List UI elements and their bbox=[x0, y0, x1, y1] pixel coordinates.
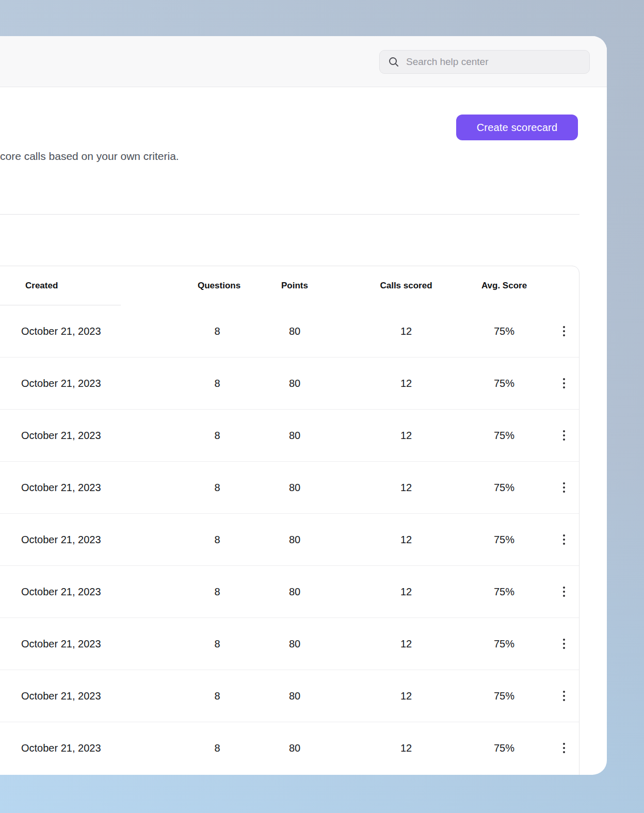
row-menu-button[interactable] bbox=[554, 581, 574, 602]
search-input[interactable] bbox=[405, 56, 582, 68]
cell-created: October 21, 2023 bbox=[0, 586, 198, 598]
cell-points: 80 bbox=[237, 690, 352, 702]
cell-avg-score: 75% bbox=[460, 430, 549, 442]
table-header-row: Created Questions Points Calls scored Av… bbox=[0, 266, 579, 305]
row-menu-button[interactable] bbox=[554, 425, 574, 446]
cell-questions: 8 bbox=[198, 742, 237, 754]
cell-created: October 21, 2023 bbox=[0, 638, 198, 650]
kebab-menu-icon bbox=[563, 643, 565, 645]
table-row[interactable]: October 21, 2023 8 80 12 75% bbox=[0, 565, 579, 617]
row-menu-button[interactable] bbox=[554, 373, 574, 394]
page-description: core calls based on your own criteria. bbox=[0, 150, 179, 162]
cell-calls-scored: 12 bbox=[352, 638, 460, 650]
table-row[interactable]: October 21, 2023 8 80 12 75% bbox=[0, 617, 579, 670]
search-box[interactable] bbox=[379, 50, 590, 74]
cell-avg-score: 75% bbox=[460, 586, 549, 598]
kebab-menu-icon bbox=[563, 539, 565, 541]
help-topbar bbox=[0, 36, 607, 87]
cell-calls-scored: 12 bbox=[352, 482, 460, 494]
cell-avg-score: 75% bbox=[460, 690, 549, 702]
cell-calls-scored: 12 bbox=[352, 586, 460, 598]
cell-points: 80 bbox=[237, 378, 352, 389]
cell-avg-score: 75% bbox=[460, 482, 549, 494]
cell-questions: 8 bbox=[198, 326, 237, 337]
cell-questions: 8 bbox=[198, 690, 237, 702]
table-body: October 21, 2023 8 80 12 75% October 21,… bbox=[0, 305, 579, 774]
column-header-questions: Questions bbox=[198, 281, 237, 291]
column-header-avg-score: Avg. Score bbox=[460, 281, 549, 291]
cell-avg-score: 75% bbox=[460, 638, 549, 650]
cell-questions: 8 bbox=[198, 482, 237, 494]
table-row[interactable]: October 21, 2023 8 80 12 75% bbox=[0, 513, 579, 565]
column-header-calls-scored: Calls scored bbox=[352, 281, 460, 291]
cell-points: 80 bbox=[237, 534, 352, 546]
cell-created: October 21, 2023 bbox=[0, 326, 198, 337]
column-header-created: Created bbox=[0, 281, 198, 291]
cell-created: October 21, 2023 bbox=[0, 690, 198, 702]
kebab-menu-icon bbox=[563, 591, 565, 593]
section-divider bbox=[0, 214, 579, 215]
row-menu-button[interactable] bbox=[554, 633, 574, 654]
cell-avg-score: 75% bbox=[460, 742, 549, 754]
cell-questions: 8 bbox=[198, 430, 237, 442]
table-row[interactable]: October 21, 2023 8 80 12 75% bbox=[0, 357, 579, 409]
cell-questions: 8 bbox=[198, 378, 237, 389]
table-row[interactable]: October 21, 2023 8 80 12 75% bbox=[0, 409, 579, 461]
cell-calls-scored: 12 bbox=[352, 534, 460, 546]
kebab-menu-icon bbox=[563, 330, 565, 332]
cell-questions: 8 bbox=[198, 534, 237, 546]
cell-created: October 21, 2023 bbox=[0, 742, 198, 754]
cell-calls-scored: 12 bbox=[352, 430, 460, 442]
cell-points: 80 bbox=[237, 638, 352, 650]
cell-points: 80 bbox=[237, 742, 352, 754]
kebab-menu-icon bbox=[563, 382, 565, 384]
cell-created: October 21, 2023 bbox=[0, 378, 198, 389]
cell-questions: 8 bbox=[198, 638, 237, 650]
cell-points: 80 bbox=[237, 586, 352, 598]
kebab-menu-icon bbox=[563, 695, 565, 697]
column-header-points: Points bbox=[237, 281, 352, 291]
table-row[interactable]: October 21, 2023 8 80 12 75% bbox=[0, 722, 579, 774]
created-column-underline bbox=[0, 305, 121, 305]
cell-calls-scored: 12 bbox=[352, 326, 460, 337]
cell-calls-scored: 12 bbox=[352, 378, 460, 389]
cell-created: October 21, 2023 bbox=[0, 430, 198, 442]
cell-points: 80 bbox=[237, 430, 352, 442]
cell-points: 80 bbox=[237, 482, 352, 494]
table-row[interactable]: October 21, 2023 8 80 12 75% bbox=[0, 305, 579, 357]
kebab-menu-icon bbox=[563, 434, 565, 436]
cell-avg-score: 75% bbox=[460, 534, 549, 546]
cell-points: 80 bbox=[237, 326, 352, 337]
cell-created: October 21, 2023 bbox=[0, 482, 198, 494]
row-menu-button[interactable] bbox=[554, 738, 574, 758]
create-scorecard-button[interactable]: Create scorecard bbox=[456, 115, 578, 140]
cell-calls-scored: 12 bbox=[352, 690, 460, 702]
cell-created: October 21, 2023 bbox=[0, 534, 198, 546]
search-icon bbox=[388, 56, 399, 68]
scorecards-table: Created Questions Points Calls scored Av… bbox=[0, 266, 579, 775]
row-menu-button[interactable] bbox=[554, 477, 574, 498]
cell-avg-score: 75% bbox=[460, 378, 549, 389]
cell-avg-score: 75% bbox=[460, 326, 549, 337]
kebab-menu-icon bbox=[563, 486, 565, 489]
table-row[interactable]: October 21, 2023 8 80 12 75% bbox=[0, 461, 579, 513]
row-menu-button[interactable] bbox=[554, 321, 574, 342]
cell-questions: 8 bbox=[198, 586, 237, 598]
kebab-menu-icon bbox=[563, 747, 565, 749]
cell-calls-scored: 12 bbox=[352, 742, 460, 754]
row-menu-button[interactable] bbox=[554, 529, 574, 550]
table-row[interactable]: October 21, 2023 8 80 12 75% bbox=[0, 670, 579, 722]
row-menu-button[interactable] bbox=[554, 686, 574, 706]
app-panel: Create scorecard core calls based on you… bbox=[0, 36, 607, 775]
